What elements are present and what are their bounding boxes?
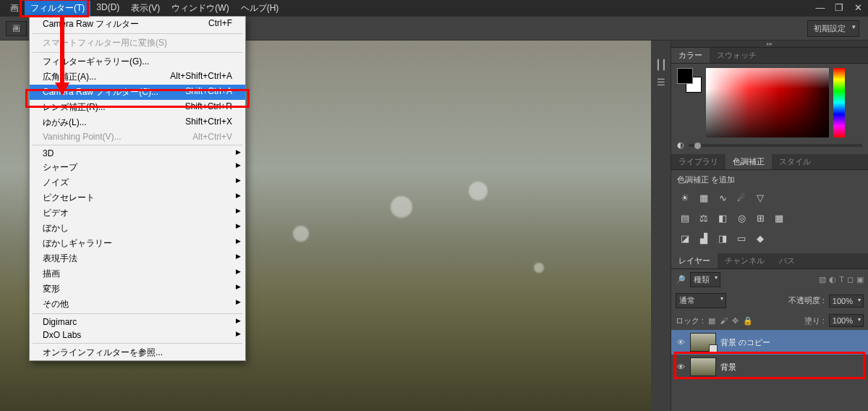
lock-all-icon[interactable]: 🔒: [743, 316, 753, 326]
tab-channels[interactable]: チャンネル: [718, 253, 772, 268]
adjustments-title: 色調補正 を追加: [677, 174, 862, 185]
filter-menu-item[interactable]: ぼかしギャラリー▶: [30, 236, 245, 251]
threshold-icon[interactable]: ◨: [716, 233, 729, 245]
lock-label: ロック :: [676, 315, 704, 326]
menubar-item[interactable]: 3D(D): [90, 1, 125, 16]
filter-menu-item[interactable]: ビデオ▶: [30, 206, 245, 221]
layer-lock-row: ロック : ▩ 🖌 ✥ 🔒 塗り : 100%: [671, 311, 868, 330]
layer-row[interactable]: 👁背景: [671, 355, 868, 379]
brightness-contrast-icon[interactable]: ☀: [678, 192, 692, 204]
menubar-item[interactable]: 表示(V): [125, 1, 166, 16]
right-panel-area: ┃┃ ☰ ▸▸ カラー スウォッチ ◐ ライブラリ 色調補正 スタイル: [651, 41, 868, 411]
filter-menu-item: スマートフィルター用に変換(S): [30, 35, 245, 51]
lock-transparent-icon[interactable]: ▩: [708, 316, 715, 326]
fill-value[interactable]: 100%: [829, 314, 864, 327]
tab-layers[interactable]: レイヤー: [671, 253, 718, 268]
layer-row[interactable]: 👁背景 のコピー: [671, 330, 868, 355]
posterize-icon[interactable]: ▟: [697, 233, 710, 245]
history-icon[interactable]: ┃┃: [655, 58, 668, 71]
filter-shape-icon[interactable]: ◻: [847, 275, 854, 284]
menubar-item[interactable]: ヘルプ(H): [235, 1, 285, 16]
color-panel-body: ◐: [671, 64, 868, 154]
tab-adjustments[interactable]: 色調補正: [726, 154, 772, 169]
visibility-icon[interactable]: 👁: [676, 363, 686, 371]
filter-menu-item[interactable]: ノイズ▶: [30, 175, 245, 190]
filter-type-icon[interactable]: T: [839, 275, 844, 284]
color-balance-icon[interactable]: ⚖: [697, 213, 710, 224]
brightness-icon: ◐: [677, 140, 684, 150]
layer-name-label: 背景: [720, 362, 736, 373]
filter-menu-item[interactable]: DxO Labs▶: [30, 329, 245, 342]
layer-thumbnail[interactable]: [690, 357, 716, 376]
photo-filter-icon[interactable]: ◎: [735, 213, 748, 224]
hue-sat-icon[interactable]: ▤: [678, 213, 692, 224]
opacity-value[interactable]: 100%: [829, 295, 864, 308]
filter-menu-item[interactable]: その他▶: [30, 297, 245, 312]
filter-menu-item[interactable]: オンラインフィルターを参照...: [30, 345, 245, 360]
layer-thumbnail[interactable]: [690, 333, 716, 352]
optionbar-tool-button[interactable]: 画: [6, 21, 27, 36]
layers-panel-tabs: レイヤー チャンネル パス: [671, 253, 868, 269]
menubar: 画フィルター(T)3D(D)表示(V)ウィンドウ(W)ヘルプ(H) — ❐ ✕: [0, 0, 868, 16]
preset-dropdown[interactable]: 初期設定: [807, 20, 859, 37]
close-button[interactable]: ✕: [852, 2, 864, 13]
exposure-icon[interactable]: ☄: [735, 192, 748, 204]
vibrance-icon[interactable]: ▽: [754, 192, 767, 204]
tab-paths[interactable]: パス: [772, 253, 802, 268]
filter-menu-item: Vanishing Point(V)...Alt+Ctrl+V: [30, 130, 245, 143]
levels-icon[interactable]: ▦: [697, 192, 710, 204]
tab-color[interactable]: カラー: [671, 48, 710, 63]
filter-menu-item[interactable]: Digimarc▶: [30, 315, 245, 329]
filter-menu-item[interactable]: ピクセレート▶: [30, 190, 245, 206]
menubar-item[interactable]: ウィンドウ(W): [166, 1, 234, 16]
opacity-label: 不透明度 :: [788, 295, 825, 306]
filter-adjust-icon[interactable]: ◐: [829, 275, 836, 284]
filter-menu-item[interactable]: レンズ補正(R)...Shift+Ctrl+R: [30, 100, 245, 115]
properties-icon[interactable]: ☰: [655, 75, 668, 88]
hue-slider[interactable]: [833, 68, 845, 137]
filter-menu-item[interactable]: ぼかし▶: [30, 221, 245, 236]
filter-menu-item[interactable]: フィルターギャラリー(G)...: [30, 54, 245, 69]
visibility-icon[interactable]: 👁: [676, 338, 686, 347]
filter-pixel-icon[interactable]: ▧: [819, 275, 826, 284]
tab-library[interactable]: ライブラリ: [671, 154, 726, 169]
bw-icon[interactable]: ◧: [716, 213, 729, 224]
filter-menu-item[interactable]: Camera Raw フィルター(C)...Shift+Ctrl+A: [30, 85, 245, 100]
panel-collapse-bar[interactable]: ▸▸: [671, 41, 868, 48]
layer-filter-type[interactable]: 種類: [690, 272, 720, 287]
window-controls: — ❐ ✕: [814, 2, 864, 13]
channel-mixer-icon[interactable]: ⊞: [754, 213, 767, 224]
layer-name-label: 背景 のコピー: [720, 337, 770, 348]
filter-menu-item[interactable]: シャープ▶: [30, 160, 245, 175]
menubar-item[interactable]: フィルター(T): [25, 1, 90, 16]
collapsed-panel-icons: ┃┃ ☰: [651, 41, 671, 411]
curves-icon[interactable]: ∿: [716, 192, 729, 204]
filter-smart-icon[interactable]: ▣: [856, 275, 864, 284]
filter-menu-item[interactable]: Camera Raw フィルターCtrl+F: [30, 17, 245, 32]
filter-menu-item[interactable]: ゆがみ(L)...Shift+Ctrl+X: [30, 115, 245, 130]
filter-menu-item[interactable]: 表現手法▶: [30, 251, 245, 266]
lock-position-icon[interactable]: ✥: [732, 316, 739, 326]
tab-styles[interactable]: スタイル: [772, 154, 818, 169]
selective-color-icon[interactable]: ◆: [754, 233, 767, 245]
blend-mode-dropdown[interactable]: 通常: [676, 293, 726, 308]
filter-menu-item[interactable]: 広角補正(A)...Alt+Shift+Ctrl+A: [30, 69, 245, 85]
color-panel-tabs: カラー スウォッチ: [671, 48, 868, 64]
gradient-map-icon[interactable]: ▭: [735, 233, 748, 245]
lock-pixels-icon[interactable]: 🖌: [720, 316, 728, 326]
invert-icon[interactable]: ◪: [678, 233, 692, 245]
lut-icon[interactable]: ▦: [773, 213, 786, 224]
filter-menu-item[interactable]: 3D▶: [30, 147, 245, 160]
tab-swatches[interactable]: スウォッチ: [710, 48, 764, 63]
minimize-button[interactable]: —: [814, 2, 826, 13]
filter-menu-item[interactable]: 変形▶: [30, 281, 245, 297]
color-field[interactable]: [706, 68, 829, 137]
brightness-slider[interactable]: [689, 144, 862, 147]
filter-menu-item[interactable]: 描画▶: [30, 266, 245, 281]
maximize-button[interactable]: ❐: [833, 2, 845, 13]
menubar-item[interactable]: 画: [4, 1, 25, 16]
fg-bg-swatch[interactable]: [677, 68, 702, 93]
layer-filter-row: 🔎 種類 ▧ ◐ T ◻ ▣: [671, 269, 868, 290]
fill-label: 塗り :: [804, 315, 825, 326]
layer-blend-row: 通常 不透明度 : 100%: [671, 290, 868, 311]
